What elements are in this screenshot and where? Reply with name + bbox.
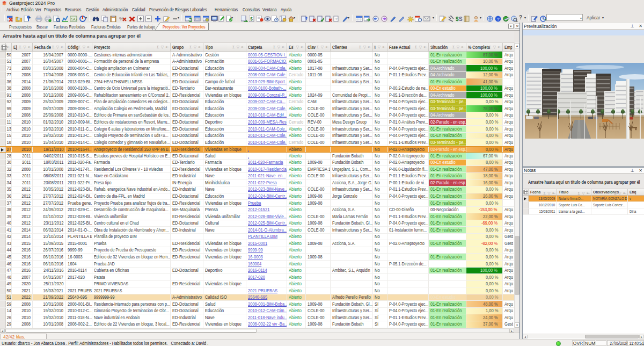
svg-text:?: ?: [497, 17, 500, 21]
svg-text:?: ?: [335, 17, 338, 21]
svg-text:S: S: [459, 16, 463, 22]
svg-text:$: $: [250, 16, 253, 21]
svg-text:SG: SG: [71, 17, 78, 21]
